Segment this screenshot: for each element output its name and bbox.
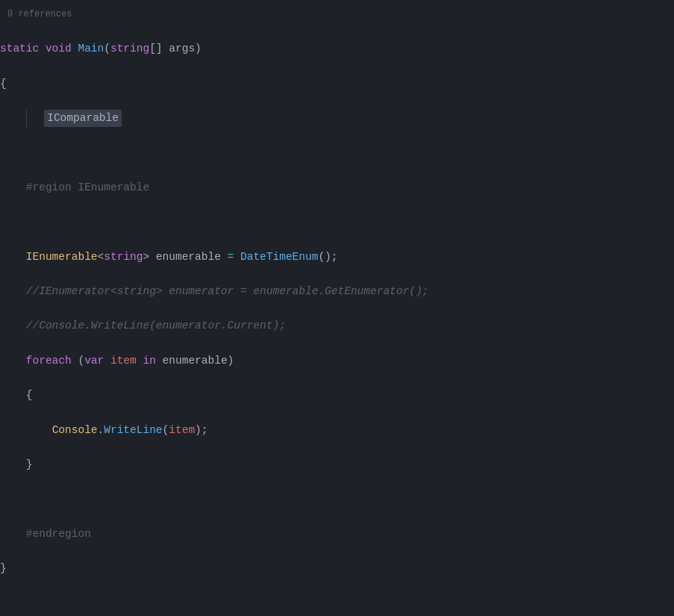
references-meta-1: 0 references xyxy=(0,6,674,23)
code-line-5: #region IEnumerable xyxy=(0,179,674,196)
code-line-9: //Console.WriteLine(enumerator.Current); xyxy=(0,317,674,335)
blank-line-1 xyxy=(0,145,674,162)
code-line-13: } xyxy=(0,456,674,473)
code-line-3: IComparable xyxy=(0,110,674,127)
code-line-7: IEnumerable<string> enumerable = DateTim… xyxy=(0,249,674,266)
code-line-10: foreach (var item in enumerable) xyxy=(0,352,674,370)
code-line-11: { xyxy=(0,387,674,404)
code-line-1: static void Main(string[] args) xyxy=(0,40,674,57)
icomparable-box: IComparable xyxy=(44,110,122,127)
blank-line-2 xyxy=(0,214,674,231)
blank-line-3 xyxy=(0,491,674,508)
blank-line-4 xyxy=(0,594,674,612)
code-line-16: } xyxy=(0,560,674,577)
code-editor: 0 references static void Main(string[] a… xyxy=(0,0,674,616)
code-line-15: #endregion xyxy=(0,526,674,543)
code-line-2: { xyxy=(0,75,674,93)
code-line-8: //IEnumerator<string> enumerator = enume… xyxy=(0,283,674,300)
code-line-12: Console.WriteLine(item); xyxy=(0,422,674,439)
